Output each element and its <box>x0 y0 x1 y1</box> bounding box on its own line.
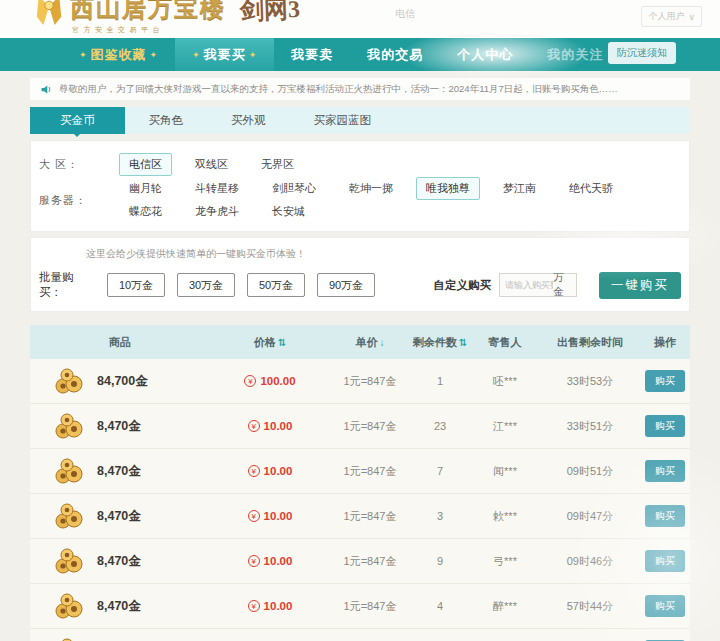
yen-circle-icon: ¥ <box>248 555 260 567</box>
time-remaining-cell: 33时53分 <box>540 374 640 389</box>
speaker-icon <box>40 83 53 96</box>
nav-item[interactable]: ✦ 我的交易 ✦ <box>350 38 440 71</box>
nav-item[interactable]: ✦ 我的关注 ✦ <box>530 38 620 71</box>
buy-button[interactable]: 购买 <box>645 415 685 437</box>
price-value: 100.00 <box>260 375 295 387</box>
diamond-ornament-icon: ✦ <box>150 50 159 60</box>
custom-amount-input[interactable] <box>505 280 553 290</box>
action-cell: 购买 <box>640 415 690 437</box>
nav-item-label: 我的交易 <box>367 46 423 64</box>
time-remaining-cell: 09时47分 <box>540 509 640 524</box>
server-option[interactable]: 幽月轮 <box>119 177 172 200</box>
unit-price-cell: 1元=847金 <box>330 419 410 434</box>
batch-amount-button[interactable]: 50万金 <box>247 273 305 297</box>
district-option[interactable]: 电信区 <box>119 153 172 176</box>
sort-icon[interactable]: ⇅ <box>459 337 467 348</box>
table-header-cell: 剩余件数⇅ <box>410 335 470 350</box>
sort-icon[interactable]: ⇅ <box>278 337 286 348</box>
server-option[interactable]: 乾坤一掷 <box>339 177 403 200</box>
server-option[interactable]: 剑胆琴心 <box>262 177 326 200</box>
column-title: 剩余件数 <box>413 336 457 348</box>
tab-label: 买外观 <box>231 113 266 128</box>
unit-price-cell: 1元=847金 <box>330 554 410 569</box>
gold-amount: 84,700金 <box>97 373 148 390</box>
filter-panel: 大 区： 电信区 双线区 无界区 服务器： 幽月轮 斗转星移 剑胆琴心 乾坤一掷… <box>30 140 690 232</box>
category-tab[interactable]: 买金币 <box>30 107 125 134</box>
chevron-down-icon: ∨ <box>688 12 695 22</box>
price-cell: ¥ 10.00 <box>210 600 330 612</box>
server-option[interactable]: 绝代天骄 <box>559 177 623 200</box>
category-tab[interactable]: 买角色 <box>125 107 208 134</box>
region-indicator: 电信 <box>395 7 415 21</box>
sort-icon[interactable]: ↓ <box>380 337 385 348</box>
action-cell: 购买 <box>640 370 690 392</box>
batch-amount-button[interactable]: 90万金 <box>317 273 375 297</box>
time-remaining-cell: 57时44分 <box>540 599 640 614</box>
server-option[interactable]: 长安城 <box>262 200 315 223</box>
table-row: 8,470金 ¥ 10.00 1元=847金 3 欶*** 09时47分 购买 <box>30 494 690 539</box>
announcement-text: 尊敬的用户，为了回馈大侠对游戏一直以来的支持，万宝楼福利活动正火热进行中，活动一… <box>59 83 618 96</box>
district-options: 电信区 双线区 无界区 <box>119 153 317 176</box>
table-header-cell: 商品 <box>30 335 210 350</box>
server-option[interactable]: 唯我独尊 <box>416 177 480 200</box>
batch-amount-button[interactable]: 10万金 <box>107 273 165 297</box>
nav-item[interactable]: ✦ 个人中心 ✦ <box>440 38 530 71</box>
price-value: 10.00 <box>264 600 293 612</box>
category-tab[interactable]: 买外观 <box>207 107 290 134</box>
nav-item[interactable]: ✦ 我要买 ✦ <box>175 38 274 71</box>
buy-button[interactable]: 购买 <box>645 370 685 392</box>
column-title: 出售剩余时间 <box>557 336 623 348</box>
nav-item[interactable]: ✦ 我要卖 ✦ <box>274 38 350 71</box>
gold-amount: 8,470金 <box>97 418 141 435</box>
anti-addiction-notice-button[interactable]: 防沉迷须知 <box>608 42 676 64</box>
gold-coins-icon <box>54 458 84 484</box>
table-row: 8,470金 ¥ 10.00 1元=847金 7 闻*** 09时51分 购买 <box>30 449 690 494</box>
remaining-qty-cell: 3 <box>410 510 470 522</box>
gold-coins-icon <box>54 413 84 439</box>
product-cell: 8,470金 <box>30 458 210 484</box>
buy-button[interactable]: 购买 <box>645 460 685 482</box>
diamond-ornament-icon: ✦ <box>79 50 88 60</box>
batch-amount-button[interactable]: 30万金 <box>177 273 235 297</box>
tab-label: 买角色 <box>149 113 184 128</box>
gold-coins-icon <box>54 503 84 529</box>
buy-button[interactable]: 购买 <box>645 595 685 617</box>
custom-amount-unit: 万金 <box>553 271 571 299</box>
unit-price-cell: 1元=847金 <box>330 374 410 389</box>
server-option[interactable]: 龙争虎斗 <box>185 200 249 223</box>
time-remaining-cell: 09时51分 <box>540 464 640 479</box>
custom-amount-field: 万金 <box>499 273 577 297</box>
product-cell: 8,470金 <box>30 548 210 574</box>
price-cell: ¥ 10.00 <box>210 555 330 567</box>
table-header-cell: 价格⇅ <box>210 335 330 350</box>
gold-coins-icon <box>54 368 84 394</box>
district-option[interactable]: 双线区 <box>185 153 238 176</box>
table-row: 8,470金 ¥ 10.00 1元=847金 23 江*** 33时51分 购买 <box>30 404 690 449</box>
batch-buy-label: 批量购买： <box>39 270 95 300</box>
one-key-buy-button[interactable]: 一键购买 <box>599 272 681 299</box>
seller-cell: 呸*** <box>470 374 540 389</box>
server-option[interactable]: 梦江南 <box>493 177 546 200</box>
yen-circle-icon: ¥ <box>248 420 260 432</box>
nav-item[interactable]: ✦ 图鉴收藏 ✦ <box>62 38 175 71</box>
gold-amount: 8,470金 <box>97 508 141 525</box>
server-option[interactable]: 斗转星移 <box>185 177 249 200</box>
seller-cell: 闻*** <box>470 464 540 479</box>
district-option[interactable]: 无界区 <box>251 153 304 176</box>
user-menu[interactable]: 个人用户 ∨ <box>641 6 702 27</box>
gold-amount: 8,470金 <box>97 598 141 615</box>
buy-button[interactable]: 购买 <box>645 550 685 572</box>
price-value: 10.00 <box>264 465 293 477</box>
buy-button[interactable]: 购买 <box>645 505 685 527</box>
category-tab[interactable]: 买家园蓝图 <box>290 107 396 134</box>
table-header-cell: 操作 <box>640 335 690 350</box>
nav-item-label: 图鉴收藏 <box>91 46 147 64</box>
column-title: 操作 <box>654 336 676 348</box>
remaining-qty-cell: 23 <box>410 420 470 432</box>
remaining-qty-cell: 4 <box>410 600 470 612</box>
server-option[interactable]: 蝶恋花 <box>119 200 172 223</box>
price-value: 10.00 <box>264 555 293 567</box>
nav-item-label: 我的关注 <box>547 46 603 64</box>
gold-emblem-icon <box>34 0 64 28</box>
unit-price-cell: 1元=847金 <box>330 509 410 524</box>
